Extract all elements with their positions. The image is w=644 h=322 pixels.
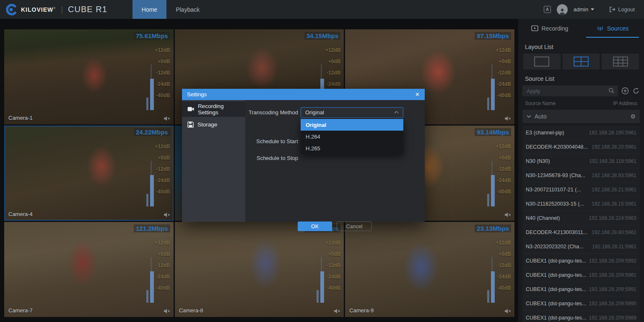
source-name: N30 (N30) xyxy=(526,158,550,164)
camera-tile[interactable]: 23.13Mbps+12dB+0dB-12dB-24dB-40dBCamera-… xyxy=(345,222,514,317)
volume-mute-icon[interactable] xyxy=(504,116,511,121)
cancel-button[interactable]: Cancel xyxy=(337,222,372,231)
recording-icon xyxy=(531,25,538,32)
bitrate-badge: 97.15Mbps xyxy=(475,32,511,40)
layout-2x2-button[interactable] xyxy=(563,54,600,70)
main-nav: Home Playback xyxy=(132,0,209,19)
audio-scale-label: +12dB xyxy=(155,144,170,149)
source-name: CUBEX1 (dst-pangu-tes... xyxy=(526,315,587,321)
volume-mute-icon[interactable] xyxy=(164,212,170,218)
source-row[interactable]: CUBEX1 (dst-pangu-tes...192.168.28.209:5… xyxy=(522,268,640,282)
avatar[interactable] xyxy=(557,4,568,15)
source-row[interactable]: N30-12345678-93 (Cha...192.168.28.93:596… xyxy=(522,168,640,183)
audio-scale-label: -40dB xyxy=(497,285,511,291)
search-icon[interactable] xyxy=(608,88,615,94)
camera-tile[interactable]: 75.61Mbps+12dB+0dB-12dB-24dB-40dBCamera-… xyxy=(4,29,174,124)
source-group-auto[interactable]: Auto ⚙ xyxy=(522,110,640,123)
schedule-start-label: Schedule to Start xyxy=(233,138,298,144)
transcoding-method-value: Original xyxy=(305,109,324,116)
volume-mute-icon[interactable] xyxy=(164,116,170,121)
source-name: CUBEX1 (dst-pangu-tes... xyxy=(526,301,587,307)
volume-mute-icon[interactable] xyxy=(334,308,340,314)
source-ip: 192.168.28.80:5961 xyxy=(592,229,636,235)
audio-scale-label: +0dB xyxy=(499,251,511,257)
source-search-input[interactable] xyxy=(522,85,618,96)
source-row[interactable]: DECODER-K203004048...192.168.28.20:5961 xyxy=(522,140,640,154)
source-ip: 192.168.28.209:5991 xyxy=(589,286,636,292)
audio-scale-label: -12dB xyxy=(156,263,170,268)
storage-icon xyxy=(187,121,194,128)
add-source-icon[interactable] xyxy=(621,87,629,95)
tab-home[interactable]: Home xyxy=(132,0,166,19)
audio-scale-label: +0dB xyxy=(158,59,170,64)
user-icon xyxy=(558,8,566,15)
source-row[interactable]: E3 (channel-pip)192.168.28.195:5961 xyxy=(522,126,640,140)
audio-scale-label: +12dB xyxy=(496,47,511,53)
audio-level-bar xyxy=(487,290,489,303)
transcoding-dropdown: Original H.264 H.265 xyxy=(301,119,403,154)
volume-mute-icon[interactable] xyxy=(164,308,170,314)
source-row[interactable]: CUBEX1 (dst-pangu-tes...192.168.28.209:5… xyxy=(522,282,640,296)
audio-scale: +12dB+0dB-12dB-24dB-40dB xyxy=(155,47,170,98)
source-ip: 192.168.28.195:5961 xyxy=(589,130,636,136)
source-name: N40 (Channel) xyxy=(526,215,560,221)
source-row[interactable]: N30 (N30)192.168.28.118:5961 xyxy=(522,154,640,168)
registered-mark: ® xyxy=(53,7,56,10)
audio-level-bar xyxy=(320,271,324,303)
group-settings-icon[interactable]: ⚙ xyxy=(630,113,636,120)
audio-level-bar xyxy=(487,98,489,110)
camera-tile[interactable]: 23.13Mbps+12dB+0dB-12dB-24dB-40dBCamera-… xyxy=(175,222,344,317)
source-row[interactable]: DECODER-K213003011...192.168.28.80:5961 xyxy=(522,225,640,240)
source-name: N3-20232023202 (Cha... xyxy=(526,244,584,250)
source-row[interactable]: N30-21162520033-15 (...192.168.28.15:596… xyxy=(522,197,640,211)
audio-scale-label: -12dB xyxy=(497,263,511,268)
option-h264[interactable]: H.264 xyxy=(301,131,403,142)
audio-scale: +12dB+0dB-12dB-24dB-40dB xyxy=(496,240,511,291)
transcoding-method-select[interactable]: Original xyxy=(301,107,403,118)
source-row[interactable]: CUBEX1 (dst-pangu-tes...192.168.28.209:5… xyxy=(522,254,640,268)
nav-storage[interactable]: Storage xyxy=(182,117,245,132)
sources-icon xyxy=(597,25,604,32)
source-name: N3-20072110107-21 (... xyxy=(526,187,581,193)
source-row[interactable]: N3-20232023202 (Cha...192.168.28.11:5961 xyxy=(522,240,640,254)
logout-button[interactable]: Logout xyxy=(609,6,635,13)
source-ip: 192.168.28.21:5961 xyxy=(592,187,636,193)
audio-scale-label: +0dB xyxy=(328,59,341,64)
volume-mute-icon[interactable] xyxy=(504,308,511,314)
dialog-content: Transcoding Method Original Schedule to … xyxy=(245,100,425,222)
source-ip: 192.168.28.209:5961 xyxy=(589,272,636,278)
source-row[interactable]: N3-20072110107-21 (...192.168.28.21:5961 xyxy=(522,183,640,197)
tab-playback[interactable]: Playback xyxy=(166,0,209,19)
source-columns: Source Name IP Address xyxy=(518,96,644,109)
close-icon[interactable]: ✕ xyxy=(415,91,420,98)
layout-3x3-button[interactable] xyxy=(602,54,639,70)
source-row[interactable]: CUBEX1 (dst-pangu-tes...192.168.28.209:5… xyxy=(522,296,640,311)
topbar: KILOVIEW® | CUBE R1 Home Playback A admi… xyxy=(0,0,644,19)
refresh-icon[interactable] xyxy=(632,87,640,95)
audio-scale-label: +0dB xyxy=(328,251,341,257)
camera-name-label: Camera-7 xyxy=(8,307,33,314)
audio-level-bar xyxy=(146,194,148,206)
source-ip: 192.168.28.118:5961 xyxy=(589,158,636,164)
audio-level-bar xyxy=(150,175,154,206)
audio-scale-label: +12dB xyxy=(325,47,340,53)
audio-scale-label: -12dB xyxy=(497,70,511,76)
option-original[interactable]: Original xyxy=(301,119,403,131)
layout-1x1-button[interactable] xyxy=(523,54,561,70)
product-model: CUBE R1 xyxy=(68,5,107,14)
topbar-right: A admin Logout xyxy=(544,0,644,19)
language-icon[interactable]: A xyxy=(544,6,551,13)
option-h265[interactable]: H.265 xyxy=(301,142,403,154)
audio-scale-label: -24dB xyxy=(497,81,511,87)
source-row[interactable]: CUBEX1 (dst-pangu-tes...192.168.28.209:5… xyxy=(522,311,640,322)
tab-sources[interactable]: Sources xyxy=(581,19,644,38)
source-row[interactable]: N40 (Channel)192.168.28.224:5963 xyxy=(522,211,640,225)
tab-recording[interactable]: Recording xyxy=(518,19,581,38)
volume-mute-icon[interactable] xyxy=(504,212,511,218)
camera-tile[interactable]: 24.22Mbps+12dB+0dB-12dB-24dB-40dBCamera-… xyxy=(4,126,174,221)
camera-tile[interactable]: 121.2Mbps+12dB+0dB-12dB-24dB-40dBCamera-… xyxy=(4,222,174,317)
user-menu[interactable]: admin xyxy=(574,6,594,13)
audio-scale-label: -24dB xyxy=(327,274,340,280)
ok-button[interactable]: OK xyxy=(298,222,332,231)
audio-scale-label: +0dB xyxy=(499,155,511,161)
